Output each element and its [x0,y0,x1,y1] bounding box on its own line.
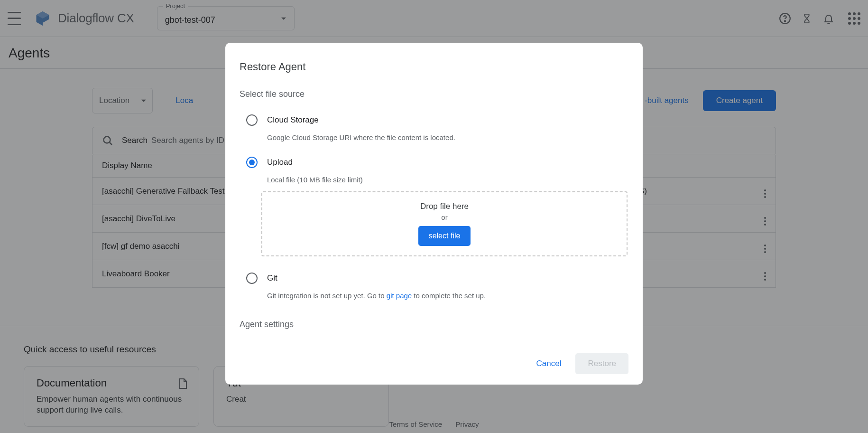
restore-button: Restore [575,353,628,374]
cloud-storage-description: Google Cloud Storage URI where the file … [240,128,628,155]
radio-icon[interactable] [246,157,258,168]
radio-icon[interactable] [246,273,258,284]
dropzone-or: or [272,213,617,221]
radio-cloud-storage[interactable]: Cloud Storage [240,113,628,128]
select-file-button[interactable]: select file [418,226,471,246]
git-page-link[interactable]: git page [387,292,412,300]
dropzone-text: Drop file here [272,202,617,211]
file-dropzone[interactable]: Drop file here or select file [261,191,628,256]
radio-label: Cloud Storage [267,115,319,125]
git-description: Git integration is not set up yet. Go to… [240,286,628,313]
radio-upload[interactable]: Upload [240,155,628,170]
dialog-actions: Cancel Restore [240,341,628,374]
radio-icon[interactable] [246,114,258,126]
agent-settings-title: Agent settings [240,320,628,329]
upload-description: Local file (10 MB file size limit) [240,170,628,188]
modal-overlay[interactable]: Restore Agent Select file source Cloud S… [0,0,868,433]
restore-agent-dialog: Restore Agent Select file source Cloud S… [225,43,643,385]
radio-label: Upload [267,158,293,167]
dialog-title: Restore Agent [240,61,628,73]
cancel-button[interactable]: Cancel [528,353,570,374]
radio-label: Git [267,273,277,283]
select-file-source-title: Select file source [240,89,628,99]
radio-git[interactable]: Git [240,271,628,286]
